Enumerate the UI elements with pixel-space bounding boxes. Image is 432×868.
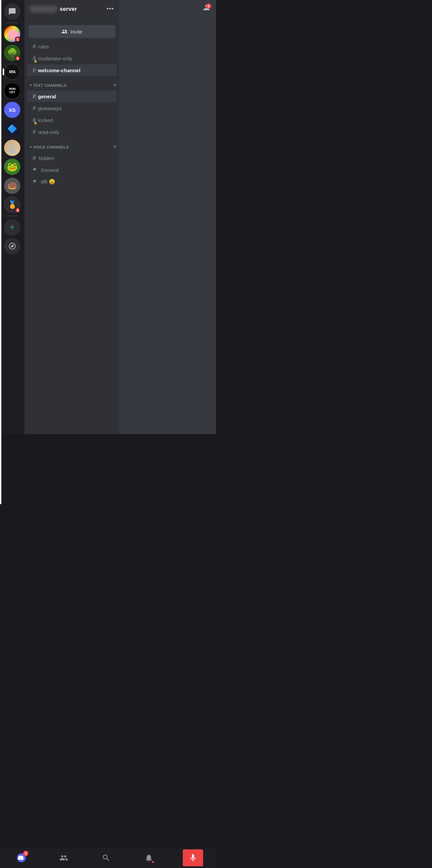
speaker-icon-general [33, 166, 38, 173]
invite-button[interactable]: Invite [28, 25, 115, 38]
lock-icon-moderator: 🔒 [34, 59, 37, 63]
channel-name-read-only: read-only [38, 129, 59, 135]
server-options-icon[interactable]: ••• [106, 5, 114, 13]
channel-sidebar: server ••• Invite # rules # 🔒 moderator-… [24, 0, 119, 434]
members-panel-button[interactable]: 5 [202, 4, 211, 13]
channel-name-rules: rules [38, 44, 49, 50]
channel-name-giveaways: giveaways [38, 105, 62, 111]
add-text-channel-icon[interactable]: + [113, 82, 117, 89]
svg-point-1 [8, 149, 16, 153]
server-title: server [30, 6, 77, 13]
channel-name-welcome: welcome-channel [38, 67, 80, 73]
channel-name-locked: locked [38, 117, 53, 123]
speaker-icon-afk [33, 178, 38, 185]
sidebar-item-server8[interactable]: 🐸 [4, 159, 20, 175]
server1-badge: 1 [15, 37, 20, 42]
channel-item-moderator-only[interactable]: # 🔒 moderator-only [27, 53, 117, 64]
channel-name-hidden: hidden [39, 155, 54, 161]
hash-icon-general: # [33, 93, 36, 100]
sidebar-item-server5[interactable]: XS [4, 102, 20, 118]
section-title-text-channels: ▾ TEXT CHANNELS [30, 83, 66, 87]
sidebar-item-server10[interactable]: 🏅 3 [4, 197, 20, 213]
hash-icon-welcome: # [33, 67, 36, 74]
server2-badge: 1 [15, 56, 20, 61]
channel-item-general-voice[interactable]: General [27, 164, 117, 176]
chevron-voice-channels: ▾ [30, 145, 32, 149]
lock-icon-locked: 🔒 [34, 121, 37, 124]
server-name-suffix: server [60, 6, 77, 13]
invite-button-label: Invite [70, 29, 82, 35]
section-text-channels[interactable]: ▾ TEXT CHANNELS + [24, 76, 119, 90]
hash-icon-moderator: # 🔒 [33, 55, 36, 62]
add-voice-channel-icon[interactable]: + [113, 143, 117, 151]
hash-icon-giveaways: # [33, 105, 36, 112]
sidebar-divider [7, 22, 18, 23]
sidebar-item-server4[interactable]: ROKI CITY [4, 83, 20, 99]
sidebar-item-server7[interactable] [4, 140, 20, 156]
sidebar-item-dm[interactable] [4, 3, 20, 20]
server-header[interactable]: server ••• [24, 0, 119, 18]
sidebar-item-server2[interactable]: 🌳 1 [4, 45, 20, 61]
channel-item-giveaways[interactable]: # giveaways [27, 102, 117, 114]
sidebar-item-server3[interactable]: RITA [4, 64, 20, 80]
hash-icon-locked: # 🔒 [33, 117, 36, 124]
channel-item-general[interactable]: # general [27, 91, 117, 102]
right-panel-header: 5 [119, 0, 216, 18]
channel-item-read-only[interactable]: # read-only [27, 126, 117, 138]
hash-icon-read-only: # [33, 129, 36, 136]
server-name-blurred [30, 6, 57, 12]
sidebar-item-server1[interactable]: 1 [4, 26, 20, 42]
channel-item-afk[interactable]: afk 😀 [27, 176, 117, 188]
sidebar-item-server6[interactable]: 🔷 [4, 121, 20, 137]
sidebar-item-add-server[interactable]: + [4, 219, 20, 235]
right-panel: 5 [119, 0, 216, 434]
channel-name-general-voice: General [41, 167, 59, 173]
hash-icon-hidden: # [33, 155, 36, 162]
members-badge: 5 [206, 3, 211, 9]
svg-point-0 [10, 144, 14, 149]
section-title-voice-channels: ▾ VOICE CHANNELS [30, 145, 69, 149]
chevron-text-channels: ▾ [30, 83, 32, 87]
channel-item-hidden[interactable]: # hidden [27, 152, 117, 164]
hash-icon-rules: # [33, 43, 36, 50]
channel-item-welcome[interactable]: # welcome-channel [27, 64, 117, 76]
channel-item-locked[interactable]: # 🔒 locked [27, 114, 117, 126]
sidebar-item-discover[interactable] [4, 238, 20, 254]
channel-list: Invite # rules # 🔒 moderator-only # welc… [24, 18, 119, 434]
sidebar-divider-2 [7, 216, 18, 216]
channel-name-moderator: moderator-only [38, 56, 72, 61]
channel-item-rules[interactable]: # rules [27, 41, 117, 52]
sidebar-item-server9[interactable]: 🍩 [4, 178, 20, 194]
channel-name-general: general [38, 94, 56, 99]
channel-name-afk: afk 😀 [41, 179, 55, 185]
section-voice-channels[interactable]: ▾ VOICE CHANNELS + [24, 138, 119, 152]
server-sidebar: 1 🌳 1 RITA ROKI CITY XS 🔷 [0, 0, 24, 434]
server10-badge: 3 [15, 208, 20, 213]
